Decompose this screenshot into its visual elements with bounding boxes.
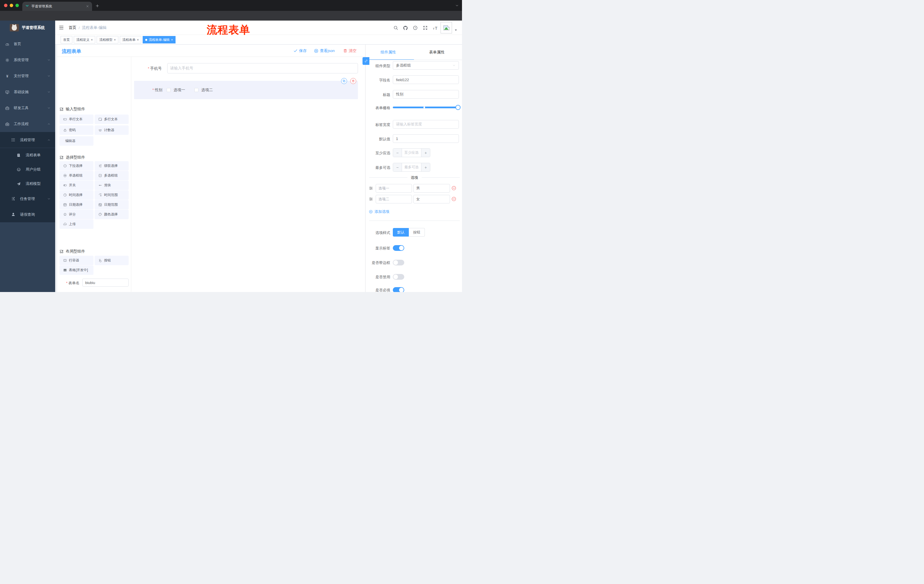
sidebar-item-请假查询[interactable]: 请假查询 — [0, 207, 55, 222]
form-canvas[interactable]: 手机号 请输入手机号 性别 选项一 选项二 — [131, 57, 365, 292]
component-chip-上传[interactable]: 上传 — [59, 219, 94, 229]
tag-流程定义[interactable]: 流程定义× — [74, 36, 95, 43]
option-style-default[interactable]: 默认 — [393, 228, 409, 237]
window-zoom-button[interactable] — [15, 4, 19, 7]
sidebar-item-流程管理[interactable]: 流程管理 — [0, 132, 55, 148]
sidebar-collapse-icon[interactable] — [59, 25, 64, 30]
toggle-是否带边框[interactable] — [393, 260, 404, 265]
component-chip-开关[interactable]: 开关 — [59, 181, 94, 190]
font-size-icon[interactable]: TT — [433, 25, 438, 31]
tab-form-props[interactable]: 表单属性 — [429, 50, 445, 55]
tab-search-chevron-icon[interactable] — [455, 4, 459, 7]
component-chip-颜色选择[interactable]: 颜色选择 — [95, 210, 129, 219]
close-icon[interactable]: × — [137, 38, 139, 41]
slider-handle[interactable] — [455, 105, 460, 110]
sidebar-item-任务管理[interactable]: 任务管理 — [0, 191, 55, 207]
remove-option-button[interactable] — [451, 197, 456, 201]
search-icon[interactable] — [393, 25, 398, 30]
default-value-input[interactable]: 1 — [393, 134, 459, 143]
tab-close-icon[interactable] — [86, 5, 89, 8]
component-chip-编辑器[interactable]: 编辑器 — [59, 136, 94, 146]
sidebar-item-流程模型[interactable]: 流程模型 — [0, 176, 55, 191]
component-chip-时间范围[interactable]: 时间范围 — [95, 190, 129, 200]
tag-首页[interactable]: 首页 — [61, 36, 72, 43]
option-name-input[interactable]: 选项二 — [376, 195, 412, 204]
close-icon[interactable]: × — [91, 38, 92, 41]
component-chip-日期选择[interactable]: 日期选择 — [59, 200, 94, 209]
component-type-select[interactable]: 多选框组 — [393, 61, 459, 70]
fullscreen-icon[interactable] — [423, 25, 428, 30]
min-select-input[interactable]: 至少应选 — [402, 148, 421, 157]
tag-流程模型[interactable]: 流程模型× — [97, 36, 118, 43]
component-chip-密码[interactable]: 密码 — [59, 125, 94, 135]
sidebar-item-基础设施[interactable]: 基础设施 — [0, 84, 55, 100]
delete-field-button[interactable] — [350, 78, 356, 84]
tag-流程表单-编辑[interactable]: 流程表单-编辑× — [143, 36, 175, 43]
component-chip-多选框组[interactable]: 多选框组 — [95, 171, 129, 180]
component-chip-表格[开发中][interactable]: 表格[开发中] — [59, 265, 94, 275]
view-json-button[interactable]: 查看json — [314, 44, 335, 57]
checkbox-option-1[interactable] — [167, 88, 171, 92]
copy-field-button[interactable] — [341, 78, 347, 84]
tab-component-props[interactable]: 组件属性 — [381, 50, 396, 55]
component-chip-级联选择[interactable]: 级联选择 — [95, 161, 129, 171]
increment-button[interactable]: + — [421, 148, 430, 157]
toggle-是否禁用[interactable] — [393, 274, 404, 280]
toggle-是否必填[interactable] — [393, 287, 404, 292]
title-input[interactable]: 性别 — [393, 90, 459, 99]
component-chip-下拉选择[interactable]: 下拉选择 — [59, 161, 94, 171]
toggle-显示标签[interactable] — [393, 245, 404, 251]
close-icon[interactable]: × — [171, 38, 173, 41]
checkbox-option-2[interactable] — [195, 88, 198, 92]
avatar-caret-icon[interactable] — [454, 29, 457, 32]
sidebar-logo[interactable]: 芋道管理系统 — [0, 21, 55, 35]
selected-field-gender[interactable]: 性别 选项一 选项二 — [134, 81, 358, 99]
sidebar-item-支付管理[interactable]: ¥支付管理 — [0, 68, 55, 84]
save-button[interactable]: 保存 — [293, 44, 307, 57]
avatar[interactable] — [441, 22, 452, 33]
window-minimize-button[interactable] — [10, 4, 13, 7]
sidebar-item-研发工具[interactable]: 研发工具 — [0, 100, 55, 116]
option-name-input[interactable]: 选项一 — [376, 184, 412, 192]
tag-流程表单[interactable]: 流程表单× — [120, 36, 141, 43]
browser-tab[interactable]: 芋道管理系统 — [22, 2, 92, 11]
drag-handle-icon[interactable] — [369, 186, 373, 190]
add-option-button[interactable]: 添加选项 — [369, 209, 389, 214]
sidebar-item-工作流程[interactable]: 工作流程 — [0, 116, 55, 132]
new-tab-button[interactable] — [96, 4, 99, 8]
component-chip-行容器[interactable]: 行容器 — [59, 256, 94, 265]
label-width-input[interactable]: 请输入标签宽度 — [393, 120, 459, 128]
component-chip-单行文本[interactable]: 单行文本 — [59, 115, 94, 124]
window-close-button[interactable] — [4, 4, 7, 7]
option-style-button[interactable]: 按钮 — [409, 228, 425, 237]
component-chip-单选框组[interactable]: 单选框组 — [59, 171, 94, 180]
option-value-input[interactable]: 男 — [413, 184, 450, 192]
link-tab[interactable] — [363, 57, 370, 65]
github-icon[interactable] — [403, 25, 408, 31]
component-chip-多行文本[interactable]: 多行文本 — [95, 115, 129, 124]
help-icon[interactable]: ? — [413, 25, 418, 30]
close-icon[interactable]: × — [114, 38, 116, 41]
component-chip-计数器[interactable]: 123计数器 — [95, 125, 129, 135]
phone-input[interactable]: 请输入手机号 — [167, 63, 358, 73]
decrement-button[interactable]: − — [393, 148, 402, 157]
increment-button[interactable]: + — [421, 163, 430, 171]
sidebar-item-用户分组[interactable]: 用户分组 — [0, 162, 55, 176]
decrement-button[interactable]: − — [393, 163, 402, 171]
option-value-input[interactable]: 女 — [413, 195, 450, 204]
component-chip-日期范围[interactable]: 日期范围 — [95, 200, 129, 209]
max-select-input[interactable]: 最多可选 — [402, 163, 421, 171]
field-name-input[interactable]: field122 — [393, 76, 459, 84]
form-name-input[interactable]: biubiu — [82, 278, 129, 286]
sidebar-item-系统管理[interactable]: 系统管理 — [0, 52, 55, 68]
drag-handle-icon[interactable] — [369, 197, 373, 201]
form-grid-slider[interactable] — [393, 107, 459, 108]
sidebar-item-首页[interactable]: 首页 — [0, 36, 55, 52]
component-chip-按钮[interactable]: 按钮 — [95, 256, 129, 265]
remove-option-button[interactable] — [451, 186, 456, 191]
clear-button[interactable]: 清空 — [343, 44, 356, 57]
sidebar-item-流程表单[interactable]: 流程表单 — [0, 148, 55, 162]
component-chip-评分[interactable]: 评分 — [59, 210, 94, 219]
component-chip-时间选择[interactable]: 时间选择 — [59, 190, 94, 200]
component-chip-滑块[interactable]: 滑块 — [95, 181, 129, 190]
